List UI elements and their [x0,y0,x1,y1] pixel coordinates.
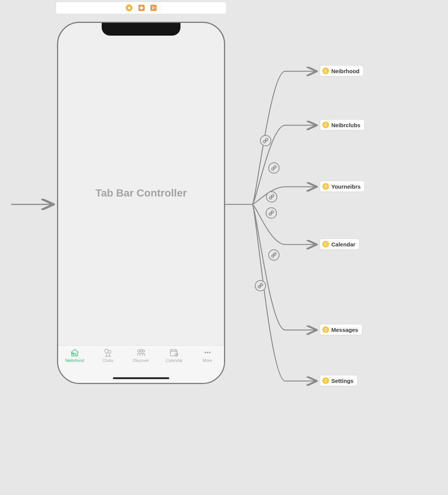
tab-label: Neibrhood [65,358,84,363]
svg-point-22 [271,210,274,213]
svg-point-24 [271,255,274,258]
controller-icon: C [322,122,329,128]
svg-point-15 [271,168,274,171]
svg-line-17 [274,168,275,169]
tab-more[interactable]: More [192,348,222,363]
svg-line-14 [265,140,266,141]
dest-label: Calendar [331,241,355,248]
svg-point-6 [142,350,144,352]
tab-bar-safe-area [58,369,224,383]
notch [102,23,180,36]
dest-node-neibrclubs[interactable]: CNeibrclubs [320,119,365,130]
segue-badge [255,280,266,291]
svg-point-13 [265,138,268,141]
segue-badge [266,208,277,218]
svg-point-11 [209,352,210,353]
dest-label: Neibrclubs [331,122,361,128]
dest-node-messages[interactable]: CMessages [320,324,362,335]
svg-line-29 [260,285,261,286]
storyboard-icon[interactable] [126,4,132,11]
controller-icon: C [322,68,329,74]
svg-point-12 [263,140,266,143]
segue-arrow [252,204,316,244]
tab-label: More [203,358,212,363]
exit-icon[interactable] [150,5,156,11]
dest-node-settings[interactable]: CSettings [320,375,358,386]
tab-calendar[interactable]: Calendar [159,348,189,363]
controller-icon: C [322,377,329,384]
svg-rect-0 [128,7,130,9]
tab-label: Discover [133,358,149,363]
segue-arrow [252,71,316,204]
object-icon[interactable] [138,5,144,11]
svg-point-16 [274,165,277,168]
phone-mockup: Tab Bar Controller Neibrhood Clubs [57,22,225,384]
scene-toolbar [56,2,227,14]
tab-label: Clubs [103,358,113,363]
tree-icon [103,348,113,357]
tab-label: Calendar [166,358,183,363]
dest-label: Neibrhood [331,68,359,74]
svg-line-23 [271,213,272,214]
controller-icon: C [322,241,329,248]
house-icon [69,348,80,357]
svg-line-26 [274,255,275,256]
svg-point-28 [260,283,263,286]
svg-point-4 [138,350,140,352]
dest-label: Yourneibrs [331,183,361,190]
segue-arrow [252,204,316,330]
segue-badge [260,135,271,146]
svg-point-27 [258,285,261,288]
home-indicator [113,377,169,379]
dest-label: Settings [331,378,353,384]
segue-badge [266,192,277,202]
svg-point-10 [207,352,208,353]
svg-point-9 [204,352,206,353]
svg-line-20 [271,196,272,198]
controller-icon: C [322,183,329,190]
controller-icon: C [322,326,329,333]
calendar-icon [169,348,179,357]
svg-point-19 [271,194,274,197]
segue-arrow [252,204,316,381]
tab-neibrhood[interactable]: Neibrhood [60,348,90,363]
svg-rect-1 [72,353,74,354]
tab-discover[interactable]: Discover [126,348,156,363]
svg-point-18 [269,196,272,200]
svg-point-21 [269,213,272,216]
segue-badge [269,163,279,173]
svg-point-5 [140,350,142,352]
tab-clubs[interactable]: Clubs [93,348,123,363]
controller-title: Tab Bar Controller [58,187,224,199]
tab-bar: Neibrhood Clubs Discover [58,345,224,369]
segue-arrow [252,187,316,204]
segue-badge [269,250,279,260]
dots-icon [202,348,213,357]
dest-node-calendar[interactable]: CCalendar [320,238,359,250]
dest-label: Messages [331,327,358,333]
svg-point-25 [274,252,277,255]
people-icon [136,348,146,357]
dest-node-neibrhood[interactable]: CNeibrhood [320,65,364,76]
segue-arrow [252,125,316,204]
dest-node-yourneibrs[interactable]: CYourneibrs [320,181,365,192]
